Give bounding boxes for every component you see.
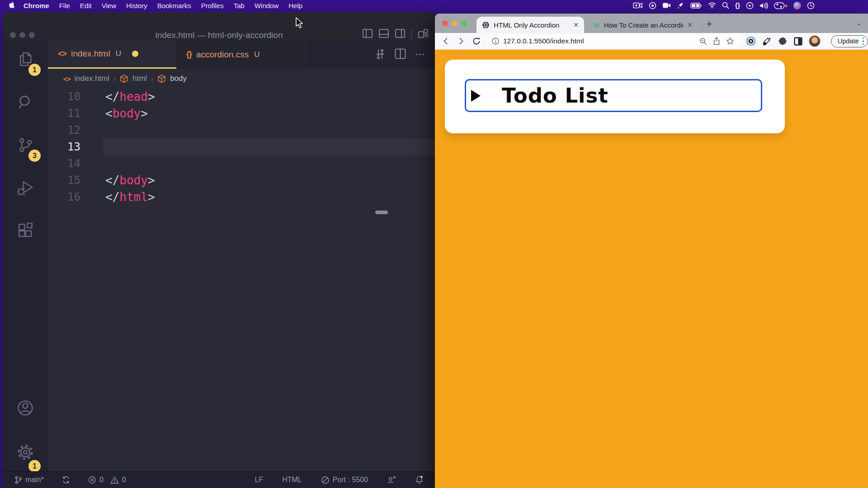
settings-badge: 1 <box>28 460 41 472</box>
activity-search-button[interactable] <box>14 93 37 136</box>
code-line-14[interactable]: 14 <box>48 155 435 172</box>
code-line-10[interactable]: 10 </head> <box>48 89 435 105</box>
siri-icon[interactable] <box>793 2 801 9</box>
zoom-icon[interactable] <box>699 38 707 45</box>
site-info-icon[interactable] <box>492 38 499 45</box>
error-count: 0 <box>99 476 104 484</box>
eol-indicator[interactable]: LF <box>255 476 263 484</box>
git-branch-indicator[interactable]: main* <box>14 476 44 484</box>
code-line-11[interactable]: 11 <body> <box>48 105 435 122</box>
dark-mode-extension-icon[interactable] <box>793 37 803 46</box>
problems-indicator[interactable]: 0 0 <box>88 476 126 484</box>
toggle-sidebar-icon[interactable] <box>363 29 373 38</box>
spotlight-search-icon[interactable] <box>722 2 729 9</box>
live-share-icon[interactable] <box>387 476 396 484</box>
breadcrumb[interactable]: <> index.html › html › body <box>48 69 435 89</box>
braces-menu-icon[interactable]: {} <box>735 2 740 9</box>
record-circle-icon[interactable] <box>649 2 656 9</box>
activity-explorer-button[interactable]: 1 <box>14 50 37 93</box>
forward-button[interactable] <box>457 37 466 46</box>
extensions-puzzle-icon[interactable] <box>778 36 788 46</box>
profile-avatar[interactable] <box>809 35 821 47</box>
menu-edit[interactable]: Edit <box>75 2 97 9</box>
vscode-title-bar[interactable]: index.html — html-only-accordion <box>3 12 435 40</box>
back-button[interactable] <box>441 37 450 46</box>
close-tab-icon[interactable]: ✕ <box>573 21 579 28</box>
new-tab-button[interactable]: + <box>706 18 712 30</box>
live-server-port-indicator[interactable]: Port : 5500 <box>321 476 368 484</box>
color-picker-extension-icon[interactable] <box>762 36 772 46</box>
editor-sash-handle[interactable] <box>375 211 388 214</box>
customize-layout-icon[interactable] <box>418 29 428 38</box>
code-line-12[interactable]: 12 <box>48 122 435 139</box>
language-mode-indicator[interactable]: HTML <box>282 476 302 484</box>
tab-accordion-css[interactable]: {} accordion.css U <box>176 40 309 69</box>
vscode-activity-bar: 1 3 1 <box>3 40 48 483</box>
control-center-icon[interactable] <box>774 2 788 9</box>
tab-html-only-accordion[interactable]: HTML Only Accordion ✕ <box>476 17 584 33</box>
rocket-icon[interactable] <box>677 2 684 9</box>
line-number: 16 <box>48 189 103 206</box>
wifi-icon[interactable] <box>708 2 716 9</box>
video-camera-icon[interactable] <box>662 2 671 9</box>
volume-icon[interactable] <box>760 2 768 9</box>
address-bar[interactable]: 127.0.0.1:5500/index.html <box>486 35 740 47</box>
toggle-secondary-sidebar-icon[interactable] <box>395 29 405 38</box>
menu-view[interactable]: View <box>97 2 121 9</box>
wikihow-favicon: w <box>593 20 600 29</box>
url-text[interactable]: 127.0.0.1:5500/index.html <box>503 37 695 45</box>
line-number: 11 <box>48 105 103 122</box>
git-status-untracked: U <box>254 50 259 59</box>
tab-search-chevron-icon[interactable]: ⌄ <box>856 19 862 27</box>
update-button[interactable]: Update <box>831 35 868 47</box>
apple-logo-icon[interactable] <box>9 2 16 9</box>
menu-tab[interactable]: Tab <box>229 2 250 9</box>
menu-profiles[interactable]: Profiles <box>196 2 229 9</box>
port-circle-slash-icon <box>321 476 330 484</box>
open-changes-icon[interactable] <box>375 48 386 60</box>
unsaved-dot-icon[interactable] <box>132 51 138 57</box>
split-editor-icon[interactable] <box>395 48 406 60</box>
close-tab-icon[interactable]: ✕ <box>687 21 693 28</box>
menu-file[interactable]: File <box>54 2 75 9</box>
bookmark-star-icon[interactable] <box>726 37 734 45</box>
code-line-16[interactable]: 16 </html> <box>48 189 435 206</box>
code-editor[interactable]: 10 </head> 11 <body> 12 13 14 15 </body <box>48 89 435 467</box>
tab-index-html[interactable]: <> index.html U <box>48 40 176 69</box>
code-line-15[interactable]: 15 </body> <box>48 172 435 189</box>
reload-button[interactable] <box>472 37 481 46</box>
more-actions-icon[interactable]: ⋯ <box>415 48 425 60</box>
tab-how-to-create-accordion[interactable]: w How To Create an Accordion ✕ <box>588 17 698 33</box>
branch-name: main* <box>25 476 44 484</box>
sync-indicator[interactable] <box>62 476 70 484</box>
password-manager-extension-icon[interactable] <box>746 36 756 46</box>
activity-run-debug-button[interactable] <box>14 179 37 222</box>
accordion-summary[interactable]: Todo List <box>465 79 762 112</box>
activity-extensions-button[interactable] <box>14 222 37 265</box>
warning-triangle-icon <box>110 476 119 484</box>
share-icon[interactable] <box>713 37 720 45</box>
code-line-13-current[interactable]: 13 <box>48 139 435 155</box>
breadcrumb-file[interactable]: index.html <box>75 74 109 83</box>
chrome-minimize-button[interactable] <box>452 20 458 26</box>
menu-history[interactable]: History <box>121 2 152 9</box>
screen-record-camcorder-icon[interactable] <box>633 2 643 9</box>
chrome-close-button[interactable] <box>442 20 448 26</box>
menu-chrome[interactable]: Chrome <box>19 2 54 9</box>
chrome-zoom-button[interactable] <box>461 20 467 26</box>
clock-icon[interactable] <box>807 2 815 9</box>
source-control-badge: 3 <box>28 150 41 162</box>
breadcrumb-body[interactable]: body <box>170 74 187 83</box>
activity-accounts-button[interactable] <box>14 399 37 443</box>
play-circle-icon[interactable] <box>746 2 754 9</box>
activity-source-control-button[interactable]: 3 <box>14 136 37 179</box>
menu-help[interactable]: Help <box>283 2 307 9</box>
details-marker-triangle-icon[interactable] <box>471 90 481 102</box>
battery-icon[interactable] <box>690 3 702 9</box>
menu-window[interactable]: Window <box>250 2 283 9</box>
menu-bookmarks[interactable]: Bookmarks <box>152 2 196 9</box>
notifications-bell-icon[interactable] <box>415 475 424 484</box>
chevron-right-icon: › <box>113 75 116 83</box>
toggle-panel-icon[interactable] <box>379 29 389 38</box>
breadcrumb-html[interactable]: html <box>132 74 147 83</box>
